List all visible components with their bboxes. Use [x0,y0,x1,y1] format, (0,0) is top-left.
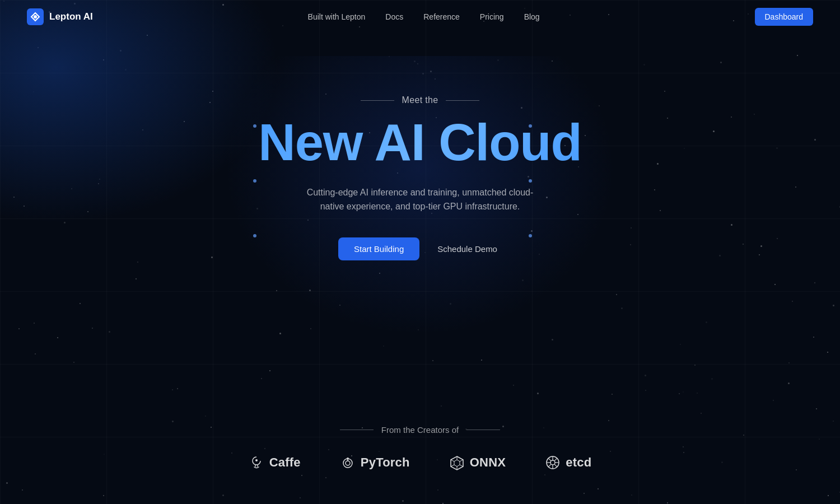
creators-line-left [340,430,374,430]
svg-point-5 [347,458,349,460]
caffe-icon [249,455,264,470]
svg-line-24 [548,464,551,467]
etcd-logo: etcd [545,455,591,470]
creators-line-right [466,430,500,430]
schedule-demo-button[interactable]: Schedule Demo [433,237,502,260]
hero-buttons: Start Building Schedule Demo [338,237,502,260]
caffe-label: Caffe [269,455,301,470]
svg-line-11 [460,465,463,466]
lepton-logo-icon [27,8,44,25]
nav-docs[interactable]: Docs [385,12,403,21]
pytorch-label: PyTorch [361,455,410,470]
navbar: Lepton AI Built with Lepton Docs Referen… [0,0,840,34]
meet-the-row: Meet the [361,95,480,105]
nav-pricing[interactable]: Pricing [480,12,504,21]
svg-line-21 [548,458,551,461]
pytorch-icon [340,455,356,470]
etcd-icon [545,455,561,470]
svg-line-10 [460,460,463,461]
svg-line-23 [554,458,557,461]
meet-line-left [361,100,394,101]
corner-dot-bl [253,234,256,237]
creators-section: From the Creators of Caffe PyTorch [0,425,840,470]
start-building-button[interactable]: Start Building [338,237,419,260]
hero-title: New AI Cloud [258,115,581,170]
onnx-icon [449,455,465,470]
dashboard-button[interactable]: Dashboard [755,8,814,26]
corner-dot-br [529,234,532,237]
nav-reference[interactable]: Reference [423,12,460,21]
svg-point-2 [255,459,258,461]
svg-marker-8 [454,460,460,466]
nav-right: Dashboard [755,8,814,26]
brand-name: Lepton AI [49,11,93,22]
onnx-label: ONNX [470,455,506,470]
meet-line-right [446,100,479,101]
corner-dot-ml [253,179,256,183]
logos-row: Caffe PyTorch ONNX [249,455,592,470]
onnx-logo: ONNX [449,455,506,470]
svg-point-4 [346,461,350,465]
hero-subtitle: Cutting-edge AI inference and training, … [297,185,543,214]
nav-links: Built with Lepton Docs Reference Pricing… [308,12,540,21]
svg-point-1 [34,15,37,18]
corner-dot-tr [529,124,532,128]
etcd-label: etcd [566,455,591,470]
creators-label: From the Creators of [381,425,459,435]
svg-point-16 [550,460,555,465]
nav-built-with[interactable]: Built with Lepton [308,12,366,21]
svg-line-22 [554,464,557,467]
nav-blog[interactable]: Blog [524,12,540,21]
pytorch-logo: PyTorch [340,455,410,470]
meet-the-text: Meet the [402,95,438,105]
caffe-logo: Caffe [249,455,301,470]
svg-line-14 [451,460,454,461]
corner-dot-mr [529,179,532,183]
logo[interactable]: Lepton AI [27,8,93,25]
corner-dot-tl [253,124,256,128]
svg-line-13 [451,465,454,466]
hero-section: Meet the New AI Cloud Cutting-edge AI in… [0,34,840,260]
creators-row: From the Creators of [340,425,500,435]
